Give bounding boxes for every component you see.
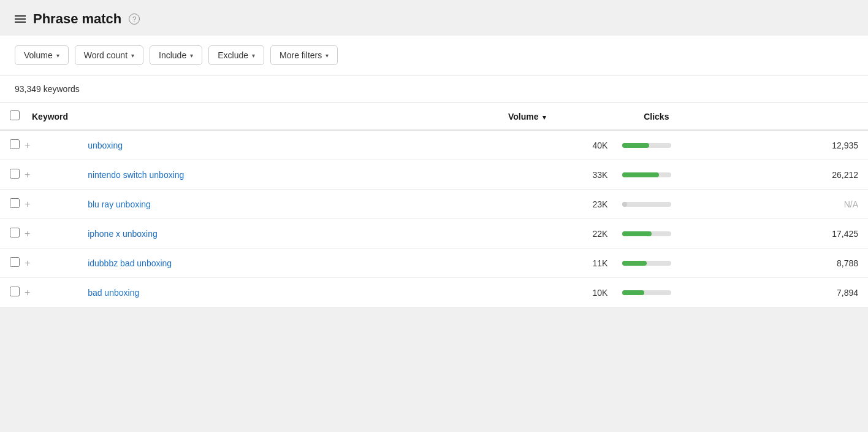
volume-bar-fill: [622, 231, 652, 236]
row-checkbox-cell: [0, 190, 22, 219]
volume-column-header[interactable]: Volume ▾: [78, 103, 556, 130]
clicks-column-header[interactable]: Clicks: [617, 103, 679, 130]
filter-volume-button[interactable]: Volume ▾: [15, 45, 69, 65]
volume-bar-cell: [617, 219, 679, 249]
row-checkbox[interactable]: [10, 198, 20, 208]
keywords-count: 93,349 keywords: [15, 84, 80, 94]
volume-cell: 33K: [556, 160, 617, 190]
chevron-down-icon: ▾: [326, 52, 329, 59]
help-icon[interactable]: ?: [129, 14, 140, 25]
chevron-down-icon: ▾: [252, 52, 255, 59]
filter-word-count-label: Word count: [84, 50, 128, 60]
volume-bar-cell: [617, 160, 679, 190]
keyword-cell: bad unboxing: [78, 278, 556, 307]
volume-bar-cell: [617, 249, 679, 278]
row-checkbox-cell: [0, 219, 22, 249]
menu-icon[interactable]: [15, 15, 26, 23]
keyword-link[interactable]: unboxing: [88, 141, 123, 150]
filter-word-count-button[interactable]: Word count ▾: [75, 45, 143, 65]
keyword-column-header[interactable]: Keyword: [22, 103, 78, 130]
table-row: +nintendo switch unboxing33K26,212: [0, 160, 868, 190]
table-body: +unboxing40K12,935+nintendo switch unbox…: [0, 130, 868, 307]
table-header-row: Keyword Volume ▾ Clicks: [0, 103, 868, 130]
add-keyword-button[interactable]: +: [22, 249, 78, 278]
row-checkbox[interactable]: [10, 257, 20, 267]
bar-column-header: [556, 103, 617, 130]
row-checkbox[interactable]: [10, 169, 20, 179]
volume-bar-track: [622, 261, 671, 266]
add-keyword-button[interactable]: +: [22, 219, 78, 249]
volume-bar-fill: [622, 261, 647, 266]
clicks-cell: 7,894: [679, 278, 868, 307]
keyword-link[interactable]: iphone x unboxing: [88, 229, 158, 239]
filter-exclude-button[interactable]: Exclude ▾: [208, 45, 264, 65]
keywords-table: Keyword Volume ▾ Clicks +unboxing40K12,9…: [0, 103, 868, 307]
row-checkbox-cell: [0, 130, 22, 160]
row-checkbox[interactable]: [10, 139, 20, 149]
filter-include-label: Include: [159, 50, 186, 60]
volume-bar-fill: [622, 172, 659, 177]
select-all-header[interactable]: [0, 103, 22, 130]
volume-cell: 22K: [556, 219, 617, 249]
chevron-down-icon: ▾: [190, 52, 193, 59]
keyword-cell: unboxing: [78, 130, 556, 160]
add-keyword-button[interactable]: +: [22, 278, 78, 307]
add-keyword-button[interactable]: +: [22, 190, 78, 219]
sort-desc-icon: ▾: [542, 114, 546, 121]
row-checkbox[interactable]: [10, 287, 20, 296]
volume-bar-track: [622, 143, 671, 148]
keyword-link[interactable]: bad unboxing: [88, 288, 139, 298]
keyword-cell: idubbbz bad unboxing: [78, 249, 556, 278]
row-checkbox-cell: [0, 160, 22, 190]
volume-cell: 40K: [556, 130, 617, 160]
filter-volume-label: Volume: [24, 50, 53, 60]
volume-bar-track: [622, 202, 671, 207]
volume-bar-fill: [622, 143, 649, 148]
volume-bar-track: [622, 290, 671, 295]
filter-more-label: More filters: [280, 50, 322, 60]
chevron-down-icon: ▾: [56, 52, 59, 59]
volume-bar-track: [622, 172, 671, 177]
volume-cell: 11K: [556, 249, 617, 278]
clicks-cell: 8,788: [679, 249, 868, 278]
keyword-cell: nintendo switch unboxing: [78, 160, 556, 190]
clicks-cell: 12,935: [679, 130, 868, 160]
select-all-checkbox[interactable]: [10, 110, 20, 120]
filter-include-button[interactable]: Include ▾: [150, 45, 202, 65]
volume-cell: 23K: [556, 190, 617, 219]
keywords-count-bar: 93,349 keywords: [0, 75, 868, 103]
row-checkbox[interactable]: [10, 228, 20, 237]
page-title: Phrase match: [33, 11, 121, 27]
table-row: +unboxing40K12,935: [0, 130, 868, 160]
keyword-link[interactable]: nintendo switch unboxing: [88, 170, 184, 180]
row-checkbox-cell: [0, 249, 22, 278]
keywords-table-container: Keyword Volume ▾ Clicks +unboxing40K12,9…: [0, 103, 868, 307]
clicks-cell: 26,212: [679, 160, 868, 190]
add-keyword-button[interactable]: +: [22, 160, 78, 190]
filter-exclude-label: Exclude: [218, 50, 248, 60]
keyword-cell: blu ray unboxing: [78, 190, 556, 219]
volume-bar-track: [622, 231, 671, 236]
volume-bar-cell: [617, 278, 679, 307]
volume-bar-fill: [622, 202, 627, 207]
volume-bar-fill: [622, 290, 644, 295]
keyword-cell: iphone x unboxing: [78, 219, 556, 249]
clicks-cell: 17,425: [679, 219, 868, 249]
table-row: +bad unboxing10K7,894: [0, 278, 868, 307]
volume-bar-cell: [617, 190, 679, 219]
table-row: +idubbbz bad unboxing11K8,788: [0, 249, 868, 278]
volume-cell: 10K: [556, 278, 617, 307]
keyword-link[interactable]: idubbbz bad unboxing: [88, 258, 172, 268]
keyword-link[interactable]: blu ray unboxing: [88, 199, 151, 209]
row-checkbox-cell: [0, 278, 22, 307]
filters-bar: Volume ▾ Word count ▾ Include ▾ Exclude …: [0, 36, 868, 75]
filter-more-button[interactable]: More filters ▾: [270, 45, 338, 65]
volume-bar-cell: [617, 130, 679, 160]
clicks-cell: N/A: [679, 190, 868, 219]
chevron-down-icon: ▾: [131, 52, 134, 59]
page-header: Phrase match ?: [0, 0, 868, 36]
table-row: +blu ray unboxing23KN/A: [0, 190, 868, 219]
add-keyword-button[interactable]: +: [22, 130, 78, 160]
table-row: +iphone x unboxing22K17,425: [0, 219, 868, 249]
